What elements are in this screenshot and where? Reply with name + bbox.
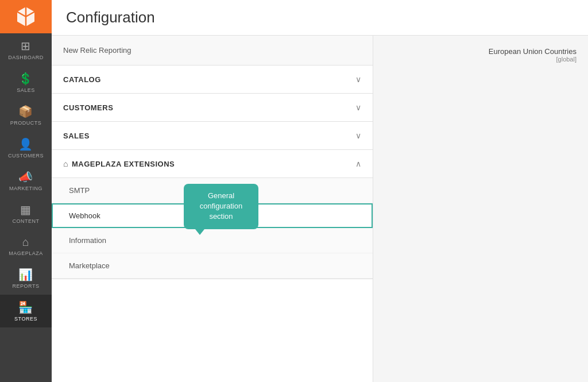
sales-section-title: SALES xyxy=(63,132,90,140)
eu-countries-label: European Union Countries xyxy=(489,47,577,56)
sidebar-item-stores[interactable]: 🏪 STORES xyxy=(0,295,52,327)
mageplaza-section-icon: ⌂ xyxy=(63,159,68,168)
right-panel: European Union Countries [global] xyxy=(373,36,588,382)
sidebar-item-customers[interactable]: 👤 CUSTOMERS xyxy=(0,132,52,164)
customers-chevron-icon: ∨ xyxy=(355,103,361,112)
content-area: New Relic Reporting CATALOG ∨ CUSTOMERS … xyxy=(52,36,588,382)
mageplaza-sub-items: SMTP General configuration section Webho… xyxy=(52,178,373,279)
sales-icon: 💲 xyxy=(18,72,33,86)
magento-logo xyxy=(0,0,52,33)
sales-section-header[interactable]: SALES ∨ xyxy=(52,122,373,149)
sidebar-item-mageplaza[interactable]: ⌂ MAGEPLAZA xyxy=(0,230,52,262)
sidebar: ⊞ DASHBOARD 💲 SALES 📦 PRODUCTS 👤 CUSTOME… xyxy=(0,0,52,382)
products-icon: 📦 xyxy=(18,105,33,118)
information-item[interactable]: Information xyxy=(52,228,373,253)
catalog-chevron-icon: ∨ xyxy=(355,75,361,84)
customers-section-title: CUSTOMERS xyxy=(63,103,113,112)
reports-icon: 📊 xyxy=(18,268,33,281)
mageplaza-section: ⌂ MAGEPLAZA EXTENSIONS ∧ SMTP General co… xyxy=(52,150,373,279)
sales-chevron-icon: ∨ xyxy=(355,131,361,140)
mageplaza-chevron-icon: ∧ xyxy=(355,159,361,168)
sidebar-item-reports[interactable]: 📊 REPORTS xyxy=(0,262,52,295)
catalog-section: CATALOG ∨ xyxy=(52,65,373,94)
sales-section: SALES ∨ xyxy=(52,122,373,150)
smtp-item[interactable]: SMTP General configuration section xyxy=(52,178,373,203)
page-title: Configuration xyxy=(66,9,574,26)
stores-icon: 🏪 xyxy=(18,300,33,314)
config-panel: New Relic Reporting CATALOG ∨ CUSTOMERS … xyxy=(52,36,373,382)
main-area: Configuration New Relic Reporting CATALO… xyxy=(52,0,588,382)
sidebar-item-marketing[interactable]: 📣 MARKETING xyxy=(0,164,52,197)
marketplace-item[interactable]: Marketplace xyxy=(52,253,373,279)
general-config-tooltip: General configuration section xyxy=(184,184,258,229)
sidebar-item-dashboard[interactable]: ⊞ DASHBOARD xyxy=(0,33,52,66)
mageplaza-section-header[interactable]: ⌂ MAGEPLAZA EXTENSIONS ∧ xyxy=(52,150,373,178)
customers-icon: 👤 xyxy=(18,137,33,151)
mageplaza-icon: ⌂ xyxy=(22,236,30,249)
customers-section: CUSTOMERS ∨ xyxy=(52,94,373,122)
sidebar-item-products[interactable]: 📦 PRODUCTS xyxy=(0,99,52,132)
eu-countries-info: European Union Countries [global] xyxy=(489,47,577,63)
sidebar-item-content[interactable]: ▦ CONTENT xyxy=(0,197,52,230)
global-badge: [global] xyxy=(489,56,577,63)
customers-section-header[interactable]: CUSTOMERS ∨ xyxy=(52,94,373,121)
sidebar-item-sales[interactable]: 💲 SALES xyxy=(0,66,52,99)
content-icon: ▦ xyxy=(20,203,32,217)
catalog-section-title: CATALOG xyxy=(63,75,101,84)
page-header: Configuration xyxy=(52,0,588,36)
dashboard-icon: ⊞ xyxy=(21,39,31,53)
new-relic-item[interactable]: New Relic Reporting xyxy=(52,36,373,65)
catalog-section-header[interactable]: CATALOG ∨ xyxy=(52,65,373,93)
mageplaza-section-title: ⌂ MAGEPLAZA EXTENSIONS xyxy=(63,159,175,168)
marketing-icon: 📣 xyxy=(18,170,33,184)
